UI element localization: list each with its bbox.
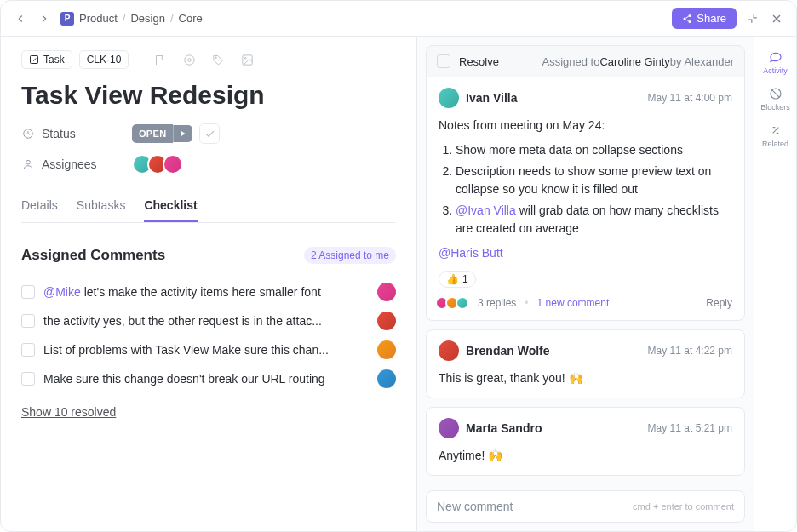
nav-forward-button[interactable]: [37, 11, 52, 26]
tab-subtasks[interactable]: Subtasks: [77, 190, 126, 222]
assignee-avatars[interactable]: [132, 154, 183, 174]
task-main-panel: Task CLK-10 Task View Redesign Status OP…: [1, 37, 416, 531]
activity-panel: Resolve Assigned to Caroline Ginty by Al…: [416, 37, 754, 531]
image-icon[interactable]: [236, 49, 258, 71]
svg-point-7: [188, 58, 192, 61]
comment-text: the activity yes, but the other request …: [43, 314, 369, 328]
avatar[interactable]: [377, 312, 396, 330]
comment-timestamp: May 11 at 5:21 pm: [648, 422, 732, 434]
comment-row[interactable]: List of problems with Task View Make sur…: [21, 335, 396, 364]
comment-card: Marta Sandro May 11 at 5:21 pm Anytime! …: [426, 407, 745, 476]
task-meta-row: Task CLK-10: [21, 49, 396, 71]
assignees-field: Assignees: [21, 154, 396, 174]
comment-body: This is great, thank you! 🙌: [439, 369, 732, 387]
svg-point-8: [215, 57, 216, 58]
svg-line-15: [771, 89, 779, 97]
comment-card: Brendan Wolfe May 11 at 4:22 pm This is …: [426, 329, 745, 398]
mention-link[interactable]: @Haris Butt: [439, 246, 503, 260]
task-tabs: Details Subtasks Checklist: [21, 190, 396, 223]
svg-point-13: [26, 160, 31, 164]
person-icon: [21, 157, 35, 171]
share-icon: [682, 14, 692, 24]
svg-point-1: [684, 17, 686, 20]
resolve-label: Resolve: [459, 55, 499, 68]
space-badge: P: [60, 12, 74, 26]
avatar[interactable]: [377, 283, 396, 301]
tab-details[interactable]: Details: [21, 190, 58, 222]
comment-timestamp: May 11 at 4:00 pm: [648, 92, 732, 104]
svg-point-6: [185, 54, 194, 64]
minimize-icon[interactable]: [745, 11, 760, 26]
checkbox[interactable]: [21, 314, 35, 328]
rail-related[interactable]: Related: [754, 120, 796, 152]
show-resolved-link[interactable]: Show 10 resolved: [21, 405, 396, 419]
topbar: P Product / Design / Core Share: [1, 1, 796, 37]
comment-author[interactable]: Ivan Villa: [466, 91, 517, 105]
task-type-pill[interactable]: Task: [21, 50, 72, 69]
status-complete-button[interactable]: [199, 123, 220, 144]
crumb-1[interactable]: Design: [130, 12, 164, 25]
checkbox[interactable]: [21, 285, 35, 299]
replies-count[interactable]: 3 replies: [478, 297, 516, 309]
right-rail: Activity Blockers Related: [754, 37, 796, 531]
comment-card: Ivan Villa May 11 at 4:00 pm Notes from …: [426, 77, 745, 321]
task-title[interactable]: Task View Redesign: [21, 81, 396, 110]
chat-icon: [769, 50, 783, 64]
tag-icon[interactable]: [207, 49, 229, 71]
comment-row[interactable]: the activity yes, but the other request …: [21, 306, 396, 335]
svg-point-2: [689, 20, 691, 23]
share-button[interactable]: Share: [672, 8, 737, 29]
tab-checklist[interactable]: Checklist: [144, 190, 197, 222]
check-square-icon: [29, 54, 39, 65]
comment-row[interactable]: @Mike let's make the activity items here…: [21, 277, 396, 306]
status-icon: [21, 127, 35, 140]
assigned-to-me-badge[interactable]: 2 Assigned to me: [304, 247, 396, 264]
status-next-button[interactable]: [173, 125, 192, 142]
resolve-checkbox[interactable]: [437, 54, 450, 68]
new-comment-link[interactable]: 1 new comment: [537, 297, 610, 309]
close-icon[interactable]: [769, 11, 784, 26]
comment-text: List of problems with Task View Make sur…: [43, 343, 369, 357]
thread-assignee[interactable]: Caroline Ginty: [599, 55, 669, 68]
comment-body: Notes from meeting on May 24: Show more …: [439, 117, 732, 262]
crumb-2[interactable]: Core: [179, 12, 203, 25]
task-id-pill[interactable]: CLK-10: [79, 50, 129, 69]
comment-timestamp: May 11 at 4:22 pm: [648, 345, 732, 357]
comment-text: Make sure this change doesn't break our …: [43, 372, 369, 386]
svg-marker-12: [181, 131, 186, 137]
comment-body: Anytime! 🙌: [439, 447, 732, 465]
reply-avatars: [439, 296, 469, 310]
flag-icon[interactable]: [149, 49, 171, 71]
comment-author[interactable]: Brendan Wolfe: [466, 344, 550, 358]
related-icon: [769, 123, 783, 137]
comment-author[interactable]: Marta Sandro: [466, 421, 542, 435]
status-badge[interactable]: OPEN: [132, 124, 173, 143]
avatar[interactable]: [439, 340, 459, 361]
avatar[interactable]: [163, 154, 183, 174]
svg-point-10: [244, 57, 246, 59]
blocked-icon: [769, 87, 783, 100]
avatar[interactable]: [439, 88, 459, 108]
svg-point-0: [689, 14, 691, 17]
comment-text: @Mike let's make the activity items here…: [43, 285, 369, 299]
breadcrumb[interactable]: P Product / Design / Core: [60, 12, 203, 26]
checkbox[interactable]: [21, 343, 35, 357]
new-comment-input[interactable]: New comment cmd + enter to comment: [426, 490, 745, 523]
crumb-0[interactable]: Product: [79, 12, 118, 25]
svg-rect-5: [31, 56, 38, 64]
reaction-button[interactable]: 👍 1: [439, 271, 476, 288]
rail-blockers[interactable]: Blockers: [754, 83, 796, 115]
nav-back-button[interactable]: [13, 11, 28, 26]
avatar[interactable]: [377, 369, 396, 388]
composer-hint: cmd + enter to comment: [633, 501, 734, 512]
rail-activity[interactable]: Activity: [754, 47, 796, 78]
assigned-comments-heading: Assigned Comments: [21, 247, 304, 264]
reply-button[interactable]: Reply: [706, 297, 732, 309]
thread-header: Resolve Assigned to Caroline Ginty by Al…: [426, 45, 745, 77]
avatar[interactable]: [439, 418, 459, 438]
sprint-icon[interactable]: [178, 49, 200, 71]
status-field: Status OPEN: [21, 123, 396, 144]
avatar[interactable]: [377, 340, 396, 359]
checkbox[interactable]: [21, 372, 35, 386]
comment-row[interactable]: Make sure this change doesn't break our …: [21, 364, 396, 393]
